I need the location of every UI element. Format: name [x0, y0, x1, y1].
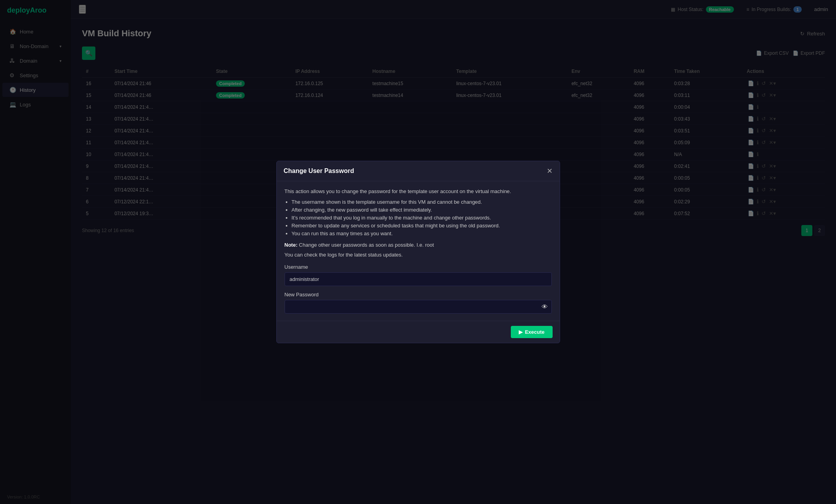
bullet-2: After changing, the new password will ta…	[292, 207, 552, 213]
modal-body: This action allows you to change the pas…	[277, 181, 560, 321]
password-label: New Password	[285, 292, 552, 298]
bullet-5: You can run this as many times as you wa…	[292, 231, 552, 236]
eye-icon[interactable]: 👁	[542, 303, 548, 311]
modal-close-button[interactable]: ✕	[547, 167, 553, 175]
bullet-1: The username shown is the template usern…	[292, 199, 552, 205]
password-field-wrap: 👁	[285, 300, 552, 314]
modal-bullets: The username shown is the template usern…	[292, 199, 552, 236]
execute-button[interactable]: ▶ Execute	[511, 326, 553, 338]
modal-note: Note: Change other user passwords as soo…	[285, 242, 552, 248]
modal-title: Change User Password	[284, 167, 547, 175]
modal-note-text: Change other user passwords as soon as p…	[299, 242, 434, 248]
bullet-4: Remember to update any services or sched…	[292, 223, 552, 229]
modal-overlay[interactable]: Change User Password ✕ This action allow…	[0, 0, 836, 504]
bullet-3: It's recommended that you log in manuall…	[292, 215, 552, 221]
password-field[interactable]	[285, 300, 552, 314]
play-icon: ▶	[519, 329, 523, 335]
change-password-modal: Change User Password ✕ This action allow…	[276, 161, 560, 343]
modal-footer: ▶ Execute	[277, 321, 560, 343]
modal-header: Change User Password ✕	[277, 161, 560, 181]
username-field[interactable]	[285, 272, 552, 286]
modal-log-hint: You can check the logs for the latest st…	[285, 252, 552, 258]
username-label: Username	[285, 264, 552, 270]
modal-description: This action allows you to change the pas…	[285, 188, 552, 194]
